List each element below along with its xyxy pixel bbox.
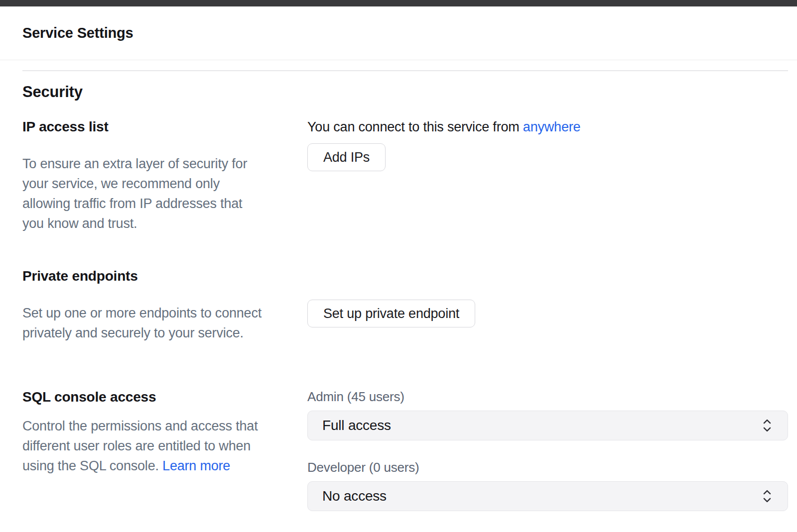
private-endpoints-left-column: Private endpoints Set up one or more end… <box>22 268 307 343</box>
page-title: Service Settings <box>22 25 133 41</box>
private-endpoints-title: Private endpoints <box>22 268 307 285</box>
sql-console-description: Control the permissions and access that … <box>22 416 301 476</box>
ip-access-description: To ensure an extra layer of security for… <box>22 154 301 233</box>
private-endpoints-row: Private endpoints Set up one or more end… <box>22 268 788 343</box>
sql-console-access-row: SQL console access Control the permissio… <box>22 389 788 511</box>
developer-access-label: Developer (0 users) <box>307 459 788 475</box>
ip-access-status: You can connect to this service from any… <box>307 118 788 135</box>
developer-access-value: No access <box>322 488 387 504</box>
setup-private-endpoint-button[interactable]: Set up private endpoint <box>307 300 475 327</box>
sql-console-title: SQL console access <box>22 389 307 406</box>
admin-access-label: Admin (45 users) <box>307 389 788 405</box>
chevron-up-down-icon <box>760 488 775 505</box>
developer-access-select[interactable]: No access <box>307 481 788 511</box>
private-endpoints-description: Set up one or more endpoints to connect … <box>22 303 301 343</box>
admin-access-value: Full access <box>322 418 391 433</box>
settings-content: Security IP access list To ensure an ext… <box>0 70 797 511</box>
private-endpoints-right-column: Set up private endpoint <box>307 268 788 327</box>
security-section-title: Security <box>22 83 788 102</box>
anywhere-link[interactable]: anywhere <box>523 119 580 134</box>
window-top-bar <box>0 0 797 6</box>
admin-access-select[interactable]: Full access <box>307 411 788 440</box>
sql-console-left-column: SQL console access Control the permissio… <box>22 389 307 476</box>
ip-access-status-text: You can connect to this service from <box>307 119 523 134</box>
sql-console-right-column: Admin (45 users) Full access Developer (… <box>307 389 788 511</box>
learn-more-link[interactable]: Learn more <box>162 458 230 473</box>
section-divider <box>22 70 788 71</box>
ip-access-title: IP access list <box>22 118 307 135</box>
ip-access-row: IP access list To ensure an extra layer … <box>22 118 788 233</box>
ip-access-left-column: IP access list To ensure an extra layer … <box>22 118 307 233</box>
add-ips-button[interactable]: Add IPs <box>307 143 386 171</box>
chevron-up-down-icon <box>760 417 775 434</box>
ip-access-right-column: You can connect to this service from any… <box>307 118 788 171</box>
page-header: Service Settings <box>0 6 797 60</box>
